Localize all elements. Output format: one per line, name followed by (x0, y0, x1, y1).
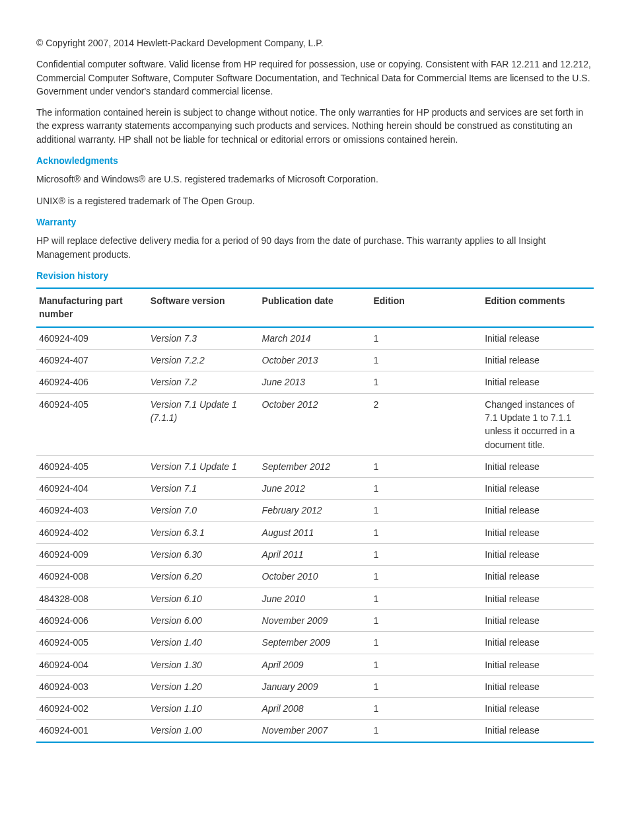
cell-part: 460924-402 (36, 521, 148, 543)
revision-history-heading: Revision history (36, 269, 594, 282)
cell-date: April 2011 (260, 544, 371, 566)
table-row: 460924-002Version 1.10April 20081Initial… (36, 698, 594, 720)
cell-edition: 1 (370, 609, 482, 631)
cell-version: Version 1.10 (148, 698, 260, 720)
cell-edition: 1 (370, 521, 482, 543)
cell-part: 460924-403 (36, 500, 148, 521)
cell-version: Version 6.10 (148, 588, 260, 609)
cell-comments: Initial release (482, 371, 594, 393)
cell-comments: Initial release (482, 588, 594, 609)
cell-edition: 1 (370, 478, 482, 500)
column-header-date: Publication date (260, 288, 371, 327)
cell-comments: Initial release (482, 455, 594, 477)
cell-date: August 2011 (260, 521, 371, 543)
cell-part: 460924-001 (36, 720, 148, 742)
table-row: 460924-005Version 1.40September 20091Ini… (36, 632, 594, 654)
cell-comments: Initial release (482, 654, 594, 675)
cell-comments: Initial release (482, 327, 594, 350)
cell-edition: 1 (370, 327, 482, 350)
cell-version: Version 7.1 Update 1 (7.1.1) (148, 393, 260, 455)
cell-comments: Initial release (482, 720, 594, 742)
table-row: 460924-405Version 7.1 Update 1 (7.1.1)Oc… (36, 393, 594, 455)
cell-version: Version 7.1 Update 1 (148, 455, 260, 477)
cell-comments: Initial release (482, 521, 594, 543)
warranty-text: HP will replace defective delivery media… (36, 234, 594, 261)
cell-edition: 1 (370, 371, 482, 393)
column-header-version: Software version (148, 288, 260, 327)
table-row: 460924-404Version 7.1June 20121Initial r… (36, 478, 594, 500)
cell-part: 460924-407 (36, 350, 148, 371)
cell-edition: 1 (370, 632, 482, 654)
cell-part: 460924-004 (36, 654, 148, 675)
cell-date: March 2014 (260, 327, 371, 350)
cell-version: Version 7.3 (148, 327, 260, 350)
cell-version: Version 7.2 (148, 371, 260, 393)
cell-part: 460924-409 (36, 327, 148, 350)
cell-version: Version 1.30 (148, 654, 260, 675)
cell-version: Version 1.20 (148, 675, 260, 697)
acknowledgments-heading: Acknowledgments (36, 154, 594, 167)
cell-version: Version 1.40 (148, 632, 260, 654)
table-row: 460924-001Version 1.00November 20071Init… (36, 720, 594, 742)
cell-comments: Initial release (482, 609, 594, 631)
cell-edition: 1 (370, 544, 482, 566)
table-header-row: Manufacturing part number Software versi… (36, 288, 594, 327)
cell-date: June 2010 (260, 588, 371, 609)
cell-comments: Initial release (482, 632, 594, 654)
table-row: 484328-008Version 6.10June 20101Initial … (36, 588, 594, 609)
cell-version: Version 7.0 (148, 500, 260, 521)
cell-version: Version 6.3.1 (148, 521, 260, 543)
cell-version: Version 6.00 (148, 609, 260, 631)
cell-part: 460924-009 (36, 544, 148, 566)
table-row: 460924-403Version 7.0February 20121Initi… (36, 500, 594, 521)
cell-part: 460924-406 (36, 371, 148, 393)
cell-comments: Initial release (482, 350, 594, 371)
cell-part: 484328-008 (36, 588, 148, 609)
cell-date: June 2012 (260, 478, 371, 500)
table-row: 460924-409Version 7.3March 20141Initial … (36, 327, 594, 350)
cell-date: September 2012 (260, 455, 371, 477)
cell-edition: 2 (370, 393, 482, 455)
cell-comments: Initial release (482, 544, 594, 566)
cell-part: 460924-008 (36, 566, 148, 588)
cell-date: October 2013 (260, 350, 371, 371)
cell-comments: Initial release (482, 675, 594, 697)
warranty-heading: Warranty (36, 215, 594, 229)
column-header-part: Manufacturing part number (36, 288, 148, 327)
cell-edition: 1 (370, 588, 482, 609)
cell-edition: 1 (370, 654, 482, 675)
cell-edition: 1 (370, 566, 482, 588)
table-row: 460924-006Version 6.00November 20091Init… (36, 609, 594, 631)
copyright-text: © Copyright 2007, 2014 Hewlett-Packard D… (36, 36, 594, 50)
cell-date: February 2012 (260, 500, 371, 521)
cell-date: January 2009 (260, 675, 371, 697)
cell-edition: 1 (370, 675, 482, 697)
cell-part: 460924-405 (36, 455, 148, 477)
cell-date: November 2009 (260, 609, 371, 631)
cell-version: Version 1.00 (148, 720, 260, 742)
cell-version: Version 6.30 (148, 544, 260, 566)
acknowledgments-text-2: UNIX® is a registered trademark of The O… (36, 194, 594, 208)
cell-comments: Changed instances of 7.1 Update 1 to 7.1… (482, 393, 594, 455)
table-row: 460924-004Version 1.30April 20091Initial… (36, 654, 594, 675)
cell-date: April 2009 (260, 654, 371, 675)
table-row: 460924-406Version 7.2June 20131Initial r… (36, 371, 594, 393)
cell-date: June 2013 (260, 371, 371, 393)
cell-version: Version 7.1 (148, 478, 260, 500)
table-row: 460924-402Version 6.3.1August 20111Initi… (36, 521, 594, 543)
cell-part: 460924-404 (36, 478, 148, 500)
cell-part: 460924-405 (36, 393, 148, 455)
column-header-edition: Edition (370, 288, 482, 327)
cell-date: November 2007 (260, 720, 371, 742)
cell-edition: 1 (370, 350, 482, 371)
table-row: 460924-405Version 7.1 Update 1September … (36, 455, 594, 477)
cell-version: Version 6.20 (148, 566, 260, 588)
cell-version: Version 7.2.2 (148, 350, 260, 371)
cell-comments: Initial release (482, 566, 594, 588)
cell-date: October 2012 (260, 393, 371, 455)
cell-comments: Initial release (482, 500, 594, 521)
table-row: 460924-003Version 1.20January 20091Initi… (36, 675, 594, 697)
cell-part: 460924-005 (36, 632, 148, 654)
cell-edition: 1 (370, 698, 482, 720)
cell-comments: Initial release (482, 478, 594, 500)
